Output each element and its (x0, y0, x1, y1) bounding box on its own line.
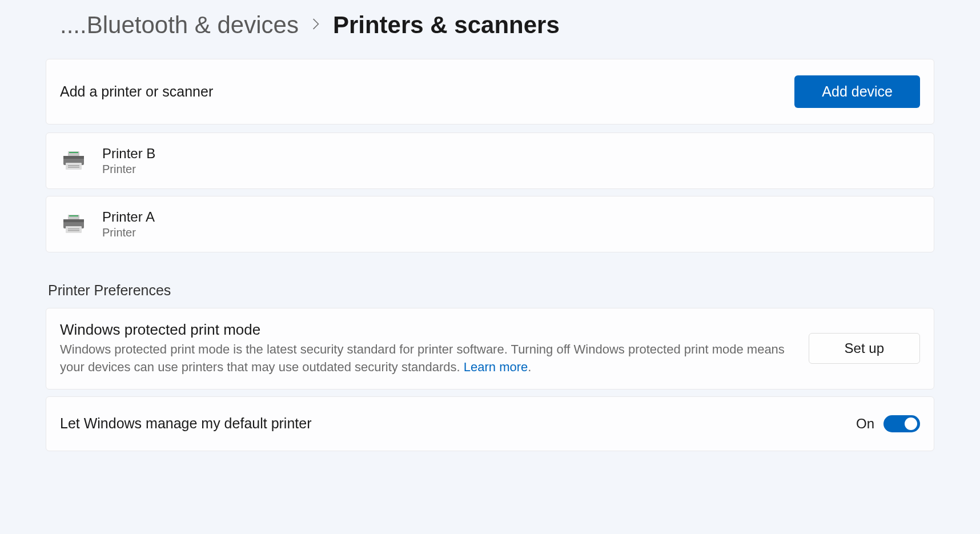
svg-rect-6 (68, 167, 79, 168)
svg-rect-5 (68, 165, 79, 166)
svg-rect-3 (63, 156, 84, 159)
breadcrumb: ....Bluetooth & devices Printers & scann… (46, 11, 934, 39)
add-printer-section: Add a printer or scanner Add device (46, 59, 934, 125)
breadcrumb-parent[interactable]: Bluetooth & devices (87, 11, 299, 38)
breadcrumb-current: Printers & scanners (333, 11, 560, 39)
toggle-knob (905, 417, 917, 430)
svg-rect-13 (68, 230, 79, 231)
svg-rect-1 (69, 152, 78, 153)
device-name: Printer A (102, 209, 155, 225)
breadcrumb-prefix: .... (60, 11, 87, 38)
protected-print-desc: Windows protected print mode is the late… (60, 341, 792, 376)
device-item-printer-a[interactable]: Printer A Printer (46, 196, 934, 252)
device-name: Printer B (102, 146, 155, 162)
default-printer-label: Let Windows manage my default printer (60, 415, 312, 432)
add-printer-label: Add a printer or scanner (60, 83, 213, 100)
svg-rect-12 (68, 228, 79, 230)
svg-rect-11 (66, 226, 82, 233)
printer-icon (60, 150, 87, 172)
add-device-button[interactable]: Add device (794, 75, 920, 108)
default-printer-toggle[interactable] (883, 415, 920, 432)
toggle-state-label: On (856, 416, 874, 432)
default-printer-section: Let Windows manage my default printer On (46, 396, 934, 451)
setup-button[interactable]: Set up (809, 333, 920, 364)
printer-icon (60, 214, 87, 235)
svg-rect-10 (63, 219, 84, 222)
protected-print-section: Windows protected print mode Windows pro… (46, 308, 934, 390)
preferences-header: Printer Preferences (46, 282, 934, 299)
svg-rect-8 (69, 215, 78, 216)
device-type: Printer (102, 226, 155, 239)
chevron-right-icon (311, 16, 320, 34)
device-item-printer-b[interactable]: Printer B Printer (46, 133, 934, 189)
device-type: Printer (102, 163, 155, 176)
svg-rect-4 (66, 163, 82, 170)
protected-print-title: Windows protected print mode (60, 321, 792, 339)
learn-more-link[interactable]: Learn more (464, 360, 528, 374)
